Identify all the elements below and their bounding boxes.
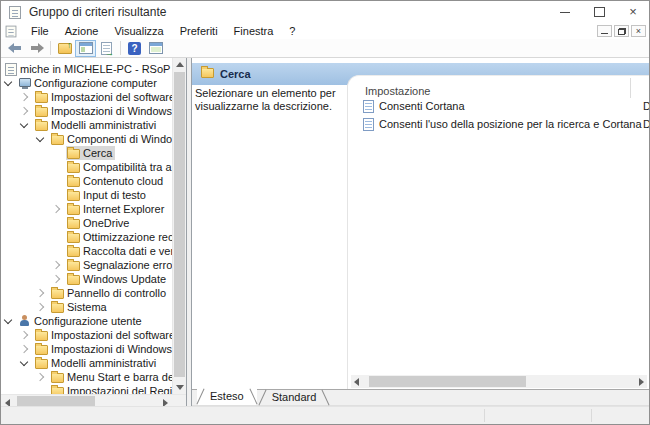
menu-item-azione[interactable]: Azione (57, 23, 107, 39)
expand-chevron-icon[interactable] (20, 331, 28, 339)
statusbar-divider (591, 409, 592, 422)
tab-esteso[interactable]: Esteso (197, 389, 257, 405)
tree-item-body: Pannello di controllo (50, 286, 169, 300)
tree-item[interactable]: Impostazioni di Windows (1, 342, 172, 356)
setting-row[interactable]: Consenti CortanaD (348, 98, 649, 116)
tree-item[interactable]: Impostazioni del software (1, 90, 172, 104)
tree-item[interactable]: Modelli amministrativi (1, 356, 172, 370)
folder-icon (35, 107, 48, 117)
tree-item[interactable]: Input di testo (1, 188, 172, 202)
column-header-impostazione[interactable]: Impostazione (365, 85, 430, 97)
tab-standard[interactable]: Standard (259, 390, 330, 405)
collapse-chevron-icon[interactable] (20, 120, 28, 128)
child-minimize-icon (601, 33, 608, 34)
tree-item-body: Internet Explorer (66, 202, 167, 216)
tree-item[interactable]: Windows Update (1, 272, 172, 286)
expand-chevron-icon[interactable] (52, 275, 60, 283)
help-button[interactable] (124, 40, 145, 57)
tree-item[interactable]: miche in MICHELE-PC - RSoP (1, 62, 172, 76)
child-restore-button[interactable] (614, 25, 629, 37)
child-close-button[interactable]: × (631, 25, 646, 37)
folder-icon (67, 163, 80, 173)
expand-chevron-icon[interactable] (52, 261, 60, 269)
folder-icon (35, 121, 48, 131)
forward-button[interactable] (26, 40, 47, 57)
child-minimize-button[interactable] (597, 25, 612, 37)
tree-item-label: Menu Start e barra delle applicazioni (67, 370, 172, 384)
menu-item-preferiti[interactable]: Preferiti (172, 23, 226, 39)
folder-icon (67, 233, 80, 243)
scroll-thumb[interactable] (174, 72, 185, 377)
tree-item[interactable]: Ottimizzazione recapito (1, 230, 172, 244)
description-line1: Selezionare un elemento per (195, 87, 345, 100)
menu-item-visualizza[interactable]: Visualizza (106, 23, 171, 39)
tree-item[interactable]: Impostazioni del software (1, 328, 172, 342)
tree-item-label: Impostazioni del software (51, 328, 172, 342)
statusbar (1, 406, 649, 424)
scroll-left-icon[interactable] (354, 378, 359, 386)
menu-item-finestra[interactable]: Finestra (226, 23, 282, 39)
expand-chevron-icon[interactable] (36, 373, 44, 381)
rsop-window: Gruppo di criteri risultante × FileAzion… (0, 0, 650, 425)
tree-item[interactable]: Configurazione computer (1, 76, 172, 90)
setting-icon (363, 118, 374, 131)
collapse-chevron-icon[interactable] (36, 134, 44, 142)
setting-status: D (643, 100, 649, 112)
tree-item-label: Ottimizzazione recapito (83, 230, 172, 244)
new-window-button[interactable] (145, 40, 166, 57)
tree-item[interactable]: Internet Explorer (1, 202, 172, 216)
menu-item-file[interactable]: File (23, 23, 57, 39)
tree-item[interactable]: Modelli amministrativi (1, 118, 172, 132)
setting-status: D (643, 118, 649, 130)
tree-vertical-scrollbar[interactable] (172, 58, 186, 394)
tree-item[interactable]: Impostazioni del Registro e (1, 384, 172, 394)
tree-item-body: Sistema (50, 300, 110, 314)
collapse-chevron-icon[interactable] (4, 316, 12, 324)
tree-item-body: Impostazioni del software (34, 328, 172, 342)
tree-item-label: Input di testo (83, 188, 146, 202)
tree-item[interactable]: Cerca (1, 146, 172, 160)
tree-item[interactable]: Compatibilità tra applicazioni (1, 160, 172, 174)
collapse-chevron-icon[interactable] (20, 358, 28, 366)
window-title: Gruppo di criteri risultante (29, 1, 166, 23)
setting-row[interactable]: Consenti l'uso della posizione per la ri… (348, 116, 649, 134)
tree-item[interactable]: Raccolta dati e versioni (1, 244, 172, 258)
scroll-thumb[interactable] (369, 376, 526, 387)
settings-card: Impostazione Consenti CortanaDConsenti l… (347, 75, 649, 389)
maximize-button[interactable] (583, 1, 615, 23)
scroll-up-icon[interactable] (176, 62, 184, 67)
tree-item[interactable]: Sistema (1, 300, 172, 314)
expand-chevron-icon[interactable] (52, 205, 60, 213)
expand-chevron-icon[interactable] (36, 289, 44, 297)
up-one-level-button[interactable] (54, 40, 75, 57)
tree-item[interactable]: OneDrive (1, 216, 172, 230)
collapse-chevron-icon[interactable] (4, 78, 12, 86)
list-horizontal-scrollbar[interactable] (351, 375, 647, 388)
tree-item[interactable]: Menu Start e barra delle applicazioni (1, 370, 172, 384)
close-button[interactable]: × (617, 1, 649, 23)
expand-chevron-icon[interactable] (20, 107, 28, 115)
expand-chevron-icon[interactable] (20, 345, 28, 353)
menu-item-help[interactable]: ? (281, 23, 303, 39)
tree-item[interactable]: Impostazioni di Windows (1, 104, 172, 118)
tree-item-body: Ottimizzazione recapito (66, 230, 172, 244)
tree-item[interactable]: Segnalazione errori Windows (1, 258, 172, 272)
user-icon (19, 315, 31, 327)
tree-item[interactable]: Pannello di controllo (1, 286, 172, 300)
scroll-down-icon[interactable] (176, 385, 184, 390)
show-console-tree-button[interactable] (75, 40, 96, 57)
export-list-button[interactable] (96, 40, 117, 57)
folder-icon (67, 261, 80, 271)
scroll-right-icon[interactable] (639, 378, 644, 386)
expand-chevron-icon[interactable] (20, 93, 28, 101)
column-divider[interactable] (630, 78, 631, 98)
minimize-button[interactable] (549, 1, 581, 23)
tree-item-label: Impostazioni del software (51, 90, 172, 104)
folder-icon (51, 289, 64, 299)
tree-item[interactable]: Contenuto cloud (1, 174, 172, 188)
back-button[interactable] (5, 40, 26, 57)
expand-chevron-icon[interactable] (36, 303, 44, 311)
folder-icon (67, 219, 80, 229)
tree-item[interactable]: Componenti di Windows (1, 132, 172, 146)
tree-item[interactable]: Configurazione utente (1, 314, 172, 328)
